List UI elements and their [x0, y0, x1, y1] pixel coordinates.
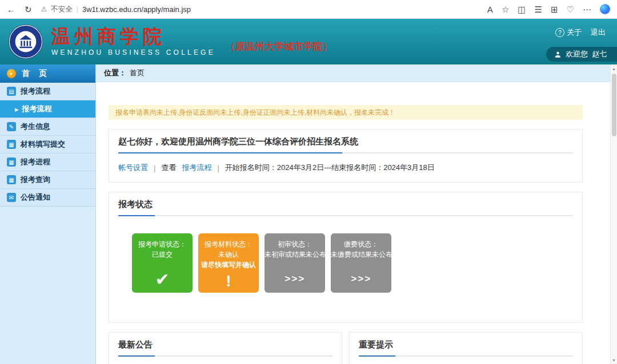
- vertical-scrollbar[interactable]: ▲ ▼: [610, 64, 617, 364]
- college-name: 温州商学院: [51, 27, 215, 47]
- sidebar-item-label: 报考进程: [21, 157, 50, 167]
- scroll-up-icon[interactable]: ▲: [611, 64, 617, 72]
- breadcrumb-current: 首页: [130, 68, 145, 78]
- calendar-icon: ▦: [7, 175, 16, 184]
- check-icon: ✔: [132, 271, 193, 288]
- tile-line: 未缴费或结果未公布: [331, 249, 391, 260]
- notice-banner: 报名申请表尚未上传,身份证反面尚未上传,身份证正面尚未上传,材料尚未确认，报名未…: [109, 105, 583, 120]
- tips-title: 重要提示: [359, 339, 573, 355]
- tile-line: 报考材料状态：: [198, 239, 259, 249]
- exclamation-icon: !: [198, 274, 259, 289]
- bottom-panels: 最新公告 重要提示: [109, 332, 583, 364]
- welcome-title: 赵七你好，欢迎使用温州商学院三位一体综合评价招生报名系统: [118, 136, 573, 152]
- tips-panel: 重要提示: [349, 332, 583, 364]
- sidebar-item-label: 材料填写提交: [21, 139, 65, 149]
- address-divider: |: [77, 5, 78, 13]
- tile-line: 请尽快填写并确认: [198, 260, 259, 270]
- home-icon: ▼: [7, 69, 16, 78]
- chat-bubble-icon: ✉: [7, 193, 16, 202]
- browser-action-icons: A ☆ ◫ ☰ ⊞ ♡ ⋯: [487, 4, 610, 14]
- security-warning-icon: ⚠: [41, 5, 47, 13]
- college-title-block: 温州商学院 WENZHOU BUSINESS COLLEGE: [51, 27, 215, 57]
- header-links: ? 关于 退出: [555, 27, 606, 38]
- content-body: 报名申请表尚未上传,身份证反面尚未上传,身份证正面尚未上传,材料尚未确认，报名未…: [96, 82, 617, 364]
- username: 赵七: [592, 49, 607, 59]
- sidebar-item-label: 考生信息: [21, 122, 50, 132]
- welcome-text: 欢迎您: [566, 49, 588, 59]
- sidebar: ▼ 首 页 ▤ 报考流程 ▸ 报考流程 ✎ 考生信息 ▦ 材料填写提交 ▦ 报考…: [0, 64, 96, 364]
- about-link[interactable]: ? 关于: [555, 27, 582, 38]
- status-title: 报考状态: [118, 199, 573, 215]
- address-bar[interactable]: ⚠ 不安全 | 3w1t.wzbc.edu.cn/apply/main.jsp: [41, 5, 478, 14]
- browser-toolbar: ← ↻ ⚠ 不安全 | 3w1t.wzbc.edu.cn/apply/main.…: [0, 0, 617, 19]
- back-button[interactable]: ←: [7, 5, 15, 14]
- college-alias: （原温州大学城市学院）: [226, 40, 332, 53]
- welcome-strip: 欢迎您 赵七: [546, 47, 617, 62]
- favorites-icon[interactable]: ☰: [535, 5, 542, 14]
- sidebar-item-material-submit[interactable]: ▦ 材料填写提交: [0, 136, 95, 153]
- sidebar-item-home[interactable]: ▼ 首 页: [0, 64, 95, 83]
- sidebar-subitem-application-process[interactable]: ▸ 报考流程: [0, 100, 95, 118]
- refresh-button[interactable]: ↻: [25, 5, 32, 14]
- college-logo: [8, 24, 43, 59]
- scroll-down-icon[interactable]: ▼: [611, 356, 617, 364]
- collections-icon[interactable]: ⊞: [551, 5, 558, 14]
- sidebar-subitem-label: 报考流程: [22, 104, 52, 114]
- status-tile-application: 报考申请状态： 已提交 ✔: [132, 233, 193, 293]
- split-screen-icon[interactable]: ◫: [518, 5, 526, 14]
- sidebar-item-label: 报考流程: [21, 86, 50, 96]
- logout-link[interactable]: 退出: [591, 27, 606, 38]
- title-underline: [118, 152, 573, 153]
- tile-line: 已提交: [132, 249, 193, 260]
- user-icon: [554, 51, 562, 58]
- breadcrumb: 位置： 首页: [96, 64, 617, 82]
- sidebar-item-application-progress[interactable]: ▦ 报考进程: [0, 153, 95, 171]
- scrollbar-thumb[interactable]: [612, 74, 616, 136]
- arrows-icon: >>>: [331, 274, 391, 284]
- security-label[interactable]: 不安全: [51, 5, 73, 14]
- title-underline: [118, 215, 573, 216]
- favorite-star-icon[interactable]: ☆: [502, 5, 509, 14]
- sidebar-item-candidate-info[interactable]: ✎ 考生信息: [0, 118, 95, 136]
- welcome-card: 赵七你好，欢迎使用温州商学院三位一体综合评价招生报名系统 帐号设置 | 查看 报…: [109, 129, 583, 183]
- list-icon: ▤: [7, 87, 16, 96]
- account-settings-link[interactable]: 帐号设置: [118, 163, 148, 173]
- separator: |: [154, 164, 155, 172]
- browser-essentials-icon[interactable]: ♡: [567, 5, 574, 14]
- breadcrumb-label: 位置：: [104, 68, 126, 78]
- title-underline: [359, 355, 573, 357]
- quick-links-row: 帐号设置 | 查看 报考流程 | 开始报名时间：2024年3月2日---结束报名…: [118, 163, 573, 173]
- announcements-title: 最新公告: [118, 339, 332, 355]
- view-label: 查看: [161, 163, 176, 173]
- more-options-icon[interactable]: ⋯: [583, 5, 591, 14]
- copilot-icon[interactable]: [600, 4, 610, 14]
- application-process-link[interactable]: 报考流程: [182, 163, 211, 173]
- read-aloud-icon[interactable]: A: [487, 5, 493, 14]
- about-label: 关于: [567, 27, 582, 38]
- sidebar-item-label: 公告通知: [21, 192, 50, 203]
- sidebar-item-application-process[interactable]: ▤ 报考流程: [0, 83, 95, 100]
- sidebar-item-label: 报考查询: [21, 175, 50, 185]
- status-tiles: 报考申请状态： 已提交 ✔ 报考材料状态： 未确认 请尽快填写并确认 ! 初审状…: [132, 233, 573, 293]
- calendar-icon: ▦: [7, 157, 16, 167]
- tile-line: 初审状态：: [265, 239, 325, 249]
- title-underline: [118, 355, 332, 357]
- tile-line: 未确认: [198, 249, 259, 260]
- status-card: 报考状态 报考申请状态： 已提交 ✔ 报考材料状态： 未确认 请尽快填写并确认 …: [109, 192, 583, 323]
- help-icon: ?: [555, 28, 564, 37]
- content-area: 位置： 首页 报名申请表尚未上传,身份证反面尚未上传,身份证正面尚未上传,材料尚…: [96, 64, 617, 364]
- arrows-icon: >>>: [265, 274, 325, 284]
- announcements-panel: 最新公告: [109, 332, 342, 364]
- schedule-text: 开始报名时间：2024年3月2日---结束报名时间：2024年3月18日: [225, 163, 435, 173]
- sidebar-item-announcements[interactable]: ✉ 公告通知: [0, 189, 95, 207]
- tile-line: 报考申请状态：: [132, 239, 193, 249]
- separator: |: [217, 164, 219, 172]
- edit-icon: ✎: [7, 122, 16, 131]
- status-tile-materials: 报考材料状态： 未确认 请尽快填写并确认 !: [198, 233, 259, 293]
- url-text[interactable]: 3w1t.wzbc.edu.cn/apply/main.jsp: [82, 5, 191, 14]
- sidebar-item-application-query[interactable]: ▦ 报考查询: [0, 171, 95, 189]
- home-label: 首 页: [22, 68, 47, 79]
- tile-line: 缴费状态：: [331, 239, 391, 249]
- tile-line: 未初审或结果未公布: [265, 249, 325, 260]
- chevron-right-icon: ▸: [15, 105, 19, 114]
